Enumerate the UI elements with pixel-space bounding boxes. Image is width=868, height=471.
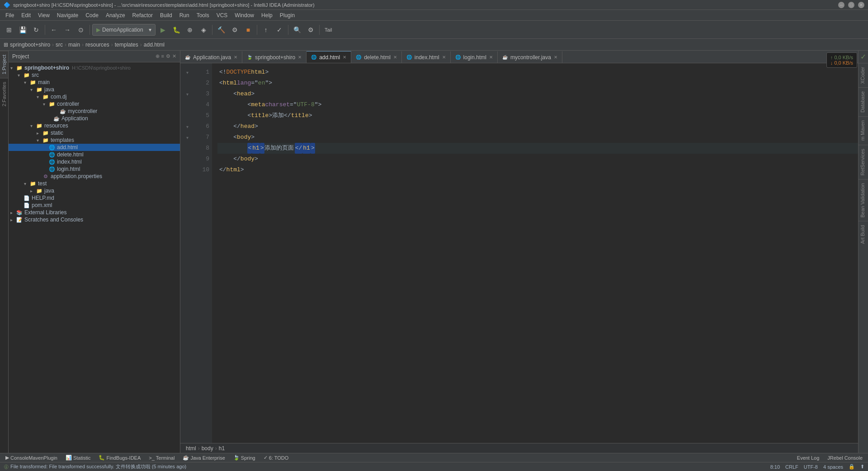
bottom-tab-consolemaven[interactable]: ▶ ConsoleMavenPlugin	[2, 454, 61, 462]
tree-controller[interactable]: ▾ 📁 controller	[9, 100, 180, 108]
tab-close-login[interactable]: ✕	[489, 55, 493, 60]
bc-h1[interactable]: h1	[219, 445, 225, 452]
tree-help-md[interactable]: 📄 HELP.md	[9, 194, 180, 202]
code-area[interactable]: <!DOCTYPE html> <html lang="en"> <head> …	[212, 63, 858, 443]
menu-edit[interactable]: Edit	[18, 11, 34, 19]
right-tool-maven[interactable]: m Maven	[859, 116, 868, 144]
nav-resources[interactable]: resources	[85, 42, 109, 48]
profile-btn[interactable]: ◈	[197, 24, 210, 36]
bottom-tab-jrebel[interactable]: JRebel Console	[824, 454, 866, 462]
build-btn[interactable]: 🔨	[215, 24, 227, 36]
vcs-commit-btn[interactable]: ✓	[273, 24, 286, 36]
menu-tools[interactable]: Tools	[193, 11, 213, 19]
tree-pom-xml[interactable]: 📄 pom.xml	[9, 202, 180, 209]
nav-templates[interactable]: templates	[115, 42, 138, 48]
toolbar-save-btn[interactable]: 💾	[16, 24, 29, 36]
tree-application[interactable]: ☕ Application	[9, 115, 180, 122]
toolbar-project-btn[interactable]: ⊞	[3, 24, 15, 36]
tree-scratches[interactable]: ▸ 📝 Scratches and Consoles	[9, 216, 180, 223]
tab-login-html[interactable]: 🌐 login.html ✕	[451, 51, 498, 63]
tab-close-add[interactable]: ✕	[343, 55, 346, 60]
rebuild-btn[interactable]: ⚙	[228, 24, 241, 36]
tab-application-java[interactable]: ☕ Application.java ✕	[180, 51, 242, 63]
search-btn[interactable]: 🔍	[291, 24, 303, 36]
tab-springboot[interactable]: 🍃 springboot+shiro ✕	[242, 51, 307, 63]
status-indent[interactable]: 4 spaces	[823, 464, 843, 470]
panel-sync-icon[interactable]: ⊕	[156, 53, 160, 59]
right-tool-xcoder[interactable]: XCoder	[859, 63, 868, 87]
menu-help[interactable]: Help	[258, 11, 276, 19]
tree-login-html[interactable]: 🌐 login.html	[9, 165, 180, 173]
tab-add-html[interactable]: 🌐 add.html ✕	[307, 51, 351, 63]
bottom-tab-todo[interactable]: ✓ 6: TODO	[260, 454, 292, 462]
right-tool-database[interactable]: Database	[859, 87, 868, 116]
nav-src[interactable]: src	[56, 42, 63, 48]
tree-resources[interactable]: ▾ 📁 resources	[9, 122, 180, 129]
bc-body[interactable]: body	[202, 445, 213, 452]
nav-addhtml[interactable]: add.html	[144, 42, 165, 48]
tree-root[interactable]: ▾ 📁 springboot+shiro H:\CSDN\springboot+…	[9, 64, 180, 71]
debug-btn[interactable]: 🐛	[170, 24, 183, 36]
tree-src[interactable]: ▾ 📁 src	[9, 71, 180, 79]
bottom-tab-terminal[interactable]: >_ Terminal	[145, 454, 178, 462]
toolbar-fwd-btn[interactable]: →	[61, 24, 74, 36]
tree-add-html[interactable]: 🌐 add.html	[9, 144, 180, 151]
gutter-fold-7[interactable]: ▾	[186, 132, 189, 143]
stop-btn[interactable]: ■	[242, 24, 255, 36]
run-config-dropdown[interactable]: ▶ DemoApplication ▾	[92, 24, 156, 36]
bottom-tab-findbugs[interactable]: 🐛 FindBugs-IDEA	[95, 454, 144, 462]
tree-main[interactable]: ▾ 📁 main	[9, 79, 180, 86]
bottom-tab-eventlog[interactable]: Event Log	[793, 454, 823, 462]
right-tool-art-build[interactable]: Art Build	[859, 221, 868, 248]
maximize-button[interactable]: □	[848, 2, 854, 8]
tree-test[interactable]: ▾ 📁 test	[9, 180, 180, 187]
tree-ext-libs[interactable]: ▸ 📚 External Libraries	[9, 209, 180, 216]
close-button[interactable]: ✕	[858, 2, 864, 8]
right-tool-retservices[interactable]: RetServices	[859, 145, 868, 179]
tree-java[interactable]: ▾ 📁 java	[9, 86, 180, 93]
status-line-ending[interactable]: CRLF	[785, 464, 798, 470]
nav-main[interactable]: main	[68, 42, 80, 48]
tail-btn[interactable]: Tail	[322, 24, 335, 36]
gutter-fold-1[interactable]: ▾	[186, 67, 189, 78]
toolbar-nav-btn[interactable]: ⊙	[75, 24, 87, 36]
tab-close-delete[interactable]: ✕	[393, 55, 397, 60]
run-btn[interactable]: ▶	[156, 24, 169, 36]
bc-html[interactable]: html	[186, 445, 196, 452]
menu-file[interactable]: File	[2, 11, 18, 19]
tab-close-application[interactable]: ✕	[234, 55, 237, 60]
menu-window[interactable]: Window	[231, 11, 258, 19]
tab-close-springboot[interactable]: ✕	[298, 55, 302, 60]
gutter-fold-6[interactable]: ▾	[186, 121, 189, 132]
tab-mycontroller[interactable]: ☕ mycontroller.java ✕	[498, 51, 562, 63]
menu-refactor[interactable]: Refactor	[129, 11, 156, 19]
vcs-update-btn[interactable]: ↑	[259, 24, 272, 36]
tree-delete-html[interactable]: 🌐 delete.html	[9, 151, 180, 158]
menu-view[interactable]: View	[34, 11, 53, 19]
bottom-tab-javaenterprise[interactable]: ☕ Java Enterprise	[179, 454, 228, 462]
toolbar-back-btn[interactable]: ←	[47, 24, 60, 36]
panel-close-icon[interactable]: ✕	[172, 53, 176, 59]
panel-gear-icon[interactable]: ⚙	[166, 53, 170, 59]
tab-close-index[interactable]: ✕	[442, 55, 446, 60]
toolbar-refresh-btn[interactable]: ↻	[30, 24, 42, 36]
left-tab-favorites[interactable]: 2:Favorites	[0, 78, 8, 110]
tree-app-props[interactable]: ⚙ application.properties	[9, 173, 180, 180]
menu-build[interactable]: Build	[156, 11, 176, 19]
menu-vcs[interactable]: VCS	[213, 11, 231, 19]
status-encoding[interactable]: UTF-8	[804, 464, 818, 470]
menu-analyze[interactable]: Analyze	[102, 11, 129, 19]
status-position[interactable]: 8:10	[770, 464, 780, 470]
minimize-button[interactable]: ─	[838, 2, 844, 8]
tab-delete-html[interactable]: 🌐 delete.html ✕	[351, 51, 402, 63]
editor-content[interactable]: ▾ ▾ ▾ ▾ 12345 678910 <!DOCTYPE html>	[180, 63, 858, 443]
tree-test-java[interactable]: ▸ 📁 java	[9, 187, 180, 194]
bottom-tab-spring[interactable]: 🍃 Spring	[230, 454, 259, 462]
menu-navigate[interactable]: Navigate	[53, 11, 82, 19]
left-tab-project[interactable]: 1:Project	[0, 51, 8, 78]
bottom-tab-statistic[interactable]: 📊 Statistic	[62, 454, 94, 462]
menu-code[interactable]: Code	[82, 11, 102, 19]
tree-static[interactable]: ▸ 📁 static	[9, 129, 180, 137]
menu-plugin[interactable]: Plugin	[276, 11, 298, 19]
coverage-btn[interactable]: ⊕	[184, 24, 196, 36]
